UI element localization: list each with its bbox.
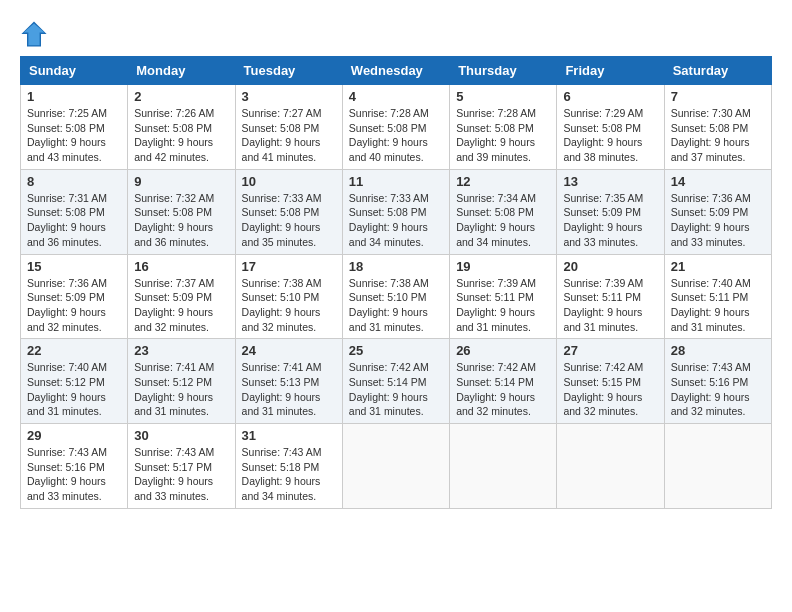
day-number: 27 [563, 343, 657, 358]
calendar-cell: 12 Sunrise: 7:34 AM Sunset: 5:08 PM Dayl… [450, 169, 557, 254]
calendar-cell: 20 Sunrise: 7:39 AM Sunset: 5:11 PM Dayl… [557, 254, 664, 339]
daylight-hours: Daylight: 9 hours and 41 minutes. [242, 136, 321, 163]
sunset-time: Sunset: 5:09 PM [671, 206, 749, 218]
sunrise-time: Sunrise: 7:42 AM [349, 361, 429, 373]
daylight-hours: Daylight: 9 hours and 42 minutes. [134, 136, 213, 163]
sunrise-time: Sunrise: 7:43 AM [134, 446, 214, 458]
logo-icon [20, 20, 48, 48]
day-number: 22 [27, 343, 121, 358]
calendar-cell: 11 Sunrise: 7:33 AM Sunset: 5:08 PM Dayl… [342, 169, 449, 254]
sunrise-time: Sunrise: 7:28 AM [349, 107, 429, 119]
sunrise-time: Sunrise: 7:26 AM [134, 107, 214, 119]
weekday-header-sunday: Sunday [21, 57, 128, 85]
daylight-hours: Daylight: 9 hours and 31 minutes. [671, 306, 750, 333]
sunset-time: Sunset: 5:09 PM [563, 206, 641, 218]
calendar-cell: 7 Sunrise: 7:30 AM Sunset: 5:08 PM Dayli… [664, 85, 771, 170]
daylight-hours: Daylight: 9 hours and 31 minutes. [134, 391, 213, 418]
day-number: 24 [242, 343, 336, 358]
sunrise-time: Sunrise: 7:39 AM [563, 277, 643, 289]
sunrise-time: Sunrise: 7:33 AM [349, 192, 429, 204]
sunrise-time: Sunrise: 7:38 AM [242, 277, 322, 289]
sunset-time: Sunset: 5:08 PM [134, 122, 212, 134]
sunset-time: Sunset: 5:08 PM [27, 206, 105, 218]
calendar-cell: 26 Sunrise: 7:42 AM Sunset: 5:14 PM Dayl… [450, 339, 557, 424]
calendar-body: 1 Sunrise: 7:25 AM Sunset: 5:08 PM Dayli… [21, 85, 772, 509]
daylight-hours: Daylight: 9 hours and 31 minutes. [563, 306, 642, 333]
weekday-header-saturday: Saturday [664, 57, 771, 85]
day-number: 9 [134, 174, 228, 189]
calendar-cell: 21 Sunrise: 7:40 AM Sunset: 5:11 PM Dayl… [664, 254, 771, 339]
sunset-time: Sunset: 5:09 PM [27, 291, 105, 303]
calendar-cell: 28 Sunrise: 7:43 AM Sunset: 5:16 PM Dayl… [664, 339, 771, 424]
day-info: Sunrise: 7:42 AM Sunset: 5:14 PM Dayligh… [349, 360, 443, 419]
sunset-time: Sunset: 5:18 PM [242, 461, 320, 473]
calendar-cell: 16 Sunrise: 7:37 AM Sunset: 5:09 PM Dayl… [128, 254, 235, 339]
day-number: 18 [349, 259, 443, 274]
day-info: Sunrise: 7:38 AM Sunset: 5:10 PM Dayligh… [349, 276, 443, 335]
calendar-cell [450, 424, 557, 509]
day-info: Sunrise: 7:42 AM Sunset: 5:14 PM Dayligh… [456, 360, 550, 419]
daylight-hours: Daylight: 9 hours and 31 minutes. [349, 306, 428, 333]
calendar-cell: 4 Sunrise: 7:28 AM Sunset: 5:08 PM Dayli… [342, 85, 449, 170]
daylight-hours: Daylight: 9 hours and 31 minutes. [456, 306, 535, 333]
svg-marker-1 [24, 24, 45, 46]
sunrise-time: Sunrise: 7:29 AM [563, 107, 643, 119]
calendar-cell: 18 Sunrise: 7:38 AM Sunset: 5:10 PM Dayl… [342, 254, 449, 339]
day-info: Sunrise: 7:38 AM Sunset: 5:10 PM Dayligh… [242, 276, 336, 335]
daylight-hours: Daylight: 9 hours and 32 minutes. [242, 306, 321, 333]
day-number: 29 [27, 428, 121, 443]
day-info: Sunrise: 7:35 AM Sunset: 5:09 PM Dayligh… [563, 191, 657, 250]
daylight-hours: Daylight: 9 hours and 36 minutes. [134, 221, 213, 248]
day-number: 28 [671, 343, 765, 358]
day-number: 6 [563, 89, 657, 104]
day-number: 13 [563, 174, 657, 189]
daylight-hours: Daylight: 9 hours and 39 minutes. [456, 136, 535, 163]
calendar-cell: 30 Sunrise: 7:43 AM Sunset: 5:17 PM Dayl… [128, 424, 235, 509]
calendar-cell: 1 Sunrise: 7:25 AM Sunset: 5:08 PM Dayli… [21, 85, 128, 170]
sunrise-time: Sunrise: 7:35 AM [563, 192, 643, 204]
day-info: Sunrise: 7:34 AM Sunset: 5:08 PM Dayligh… [456, 191, 550, 250]
sunset-time: Sunset: 5:08 PM [242, 206, 320, 218]
sunset-time: Sunset: 5:08 PM [349, 206, 427, 218]
sunset-time: Sunset: 5:11 PM [671, 291, 749, 303]
sunrise-time: Sunrise: 7:34 AM [456, 192, 536, 204]
day-number: 4 [349, 89, 443, 104]
daylight-hours: Daylight: 9 hours and 34 minutes. [456, 221, 535, 248]
day-number: 1 [27, 89, 121, 104]
calendar-cell: 6 Sunrise: 7:29 AM Sunset: 5:08 PM Dayli… [557, 85, 664, 170]
sunset-time: Sunset: 5:08 PM [242, 122, 320, 134]
day-info: Sunrise: 7:43 AM Sunset: 5:16 PM Dayligh… [27, 445, 121, 504]
sunset-time: Sunset: 5:16 PM [27, 461, 105, 473]
daylight-hours: Daylight: 9 hours and 31 minutes. [242, 391, 321, 418]
day-info: Sunrise: 7:30 AM Sunset: 5:08 PM Dayligh… [671, 106, 765, 165]
sunrise-time: Sunrise: 7:40 AM [27, 361, 107, 373]
daylight-hours: Daylight: 9 hours and 40 minutes. [349, 136, 428, 163]
sunset-time: Sunset: 5:08 PM [563, 122, 641, 134]
day-info: Sunrise: 7:26 AM Sunset: 5:08 PM Dayligh… [134, 106, 228, 165]
week-row: 22 Sunrise: 7:40 AM Sunset: 5:12 PM Dayl… [21, 339, 772, 424]
calendar-cell: 10 Sunrise: 7:33 AM Sunset: 5:08 PM Dayl… [235, 169, 342, 254]
sunset-time: Sunset: 5:14 PM [349, 376, 427, 388]
calendar-cell: 19 Sunrise: 7:39 AM Sunset: 5:11 PM Dayl… [450, 254, 557, 339]
day-info: Sunrise: 7:29 AM Sunset: 5:08 PM Dayligh… [563, 106, 657, 165]
calendar-cell: 23 Sunrise: 7:41 AM Sunset: 5:12 PM Dayl… [128, 339, 235, 424]
sunset-time: Sunset: 5:14 PM [456, 376, 534, 388]
daylight-hours: Daylight: 9 hours and 37 minutes. [671, 136, 750, 163]
daylight-hours: Daylight: 9 hours and 34 minutes. [349, 221, 428, 248]
sunset-time: Sunset: 5:12 PM [27, 376, 105, 388]
day-info: Sunrise: 7:36 AM Sunset: 5:09 PM Dayligh… [27, 276, 121, 335]
weekday-header-tuesday: Tuesday [235, 57, 342, 85]
day-info: Sunrise: 7:25 AM Sunset: 5:08 PM Dayligh… [27, 106, 121, 165]
sunset-time: Sunset: 5:10 PM [242, 291, 320, 303]
day-number: 30 [134, 428, 228, 443]
sunset-time: Sunset: 5:08 PM [671, 122, 749, 134]
weekday-header-wednesday: Wednesday [342, 57, 449, 85]
calendar-cell: 8 Sunrise: 7:31 AM Sunset: 5:08 PM Dayli… [21, 169, 128, 254]
calendar-cell: 3 Sunrise: 7:27 AM Sunset: 5:08 PM Dayli… [235, 85, 342, 170]
daylight-hours: Daylight: 9 hours and 43 minutes. [27, 136, 106, 163]
day-number: 31 [242, 428, 336, 443]
sunset-time: Sunset: 5:08 PM [456, 122, 534, 134]
sunset-time: Sunset: 5:11 PM [563, 291, 641, 303]
daylight-hours: Daylight: 9 hours and 32 minutes. [134, 306, 213, 333]
day-number: 26 [456, 343, 550, 358]
